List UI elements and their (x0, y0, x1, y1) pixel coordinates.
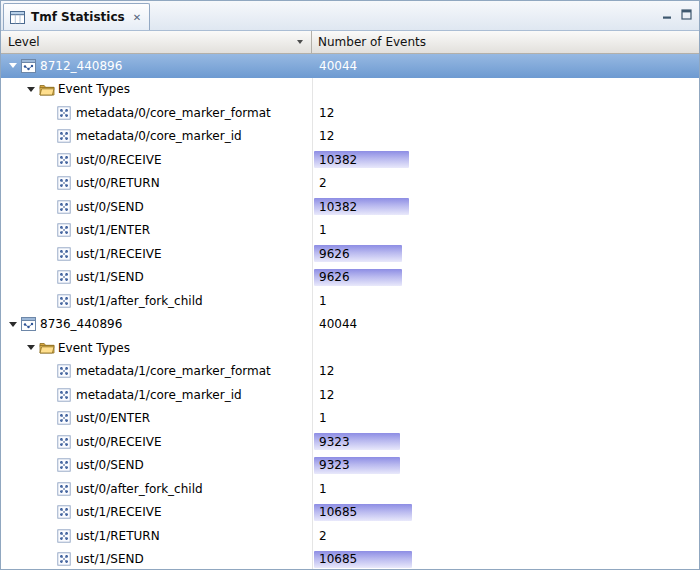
row-value: 10685 (313, 505, 357, 519)
expand-toggle-icon[interactable] (23, 87, 39, 92)
event-icon (57, 482, 75, 496)
event-icon (57, 153, 75, 167)
folder-icon (39, 83, 57, 96)
row-label: Event Types (57, 82, 130, 96)
table-row[interactable]: Event Types (1, 336, 699, 360)
table-row[interactable]: ust/0/after_fork_child1 (1, 477, 699, 501)
row-label: ust/0/RECEIVE (75, 435, 162, 449)
table-row[interactable]: ust/1/SEND9626 (1, 266, 699, 290)
row-value: 10382 (313, 153, 357, 167)
folder-icon (39, 341, 57, 354)
row-label: ust/1/SEND (75, 270, 144, 284)
row-label: ust/1/RECEIVE (75, 247, 162, 261)
row-value: 10685 (313, 552, 357, 566)
tree-indent (1, 347, 23, 348)
row-value: 12 (313, 106, 334, 120)
table-row[interactable]: ust/0/RECEIVE9323 (1, 430, 699, 454)
row-label: ust/1/RECEIVE (75, 505, 162, 519)
event-icon (57, 458, 75, 472)
view-table-icon (10, 11, 26, 24)
event-icon (57, 247, 75, 261)
minimize-button[interactable] (662, 9, 673, 20)
event-icon (57, 129, 75, 143)
table-row[interactable]: ust/1/RECEIVE9626 (1, 242, 699, 266)
table-body[interactable]: 8712_44089640044Event Typesmetadata/0/co… (1, 54, 699, 569)
table-row[interactable]: Event Types (1, 78, 699, 102)
row-value: 12 (313, 129, 334, 143)
table-row[interactable]: 8736_44089640044 (1, 313, 699, 337)
tmf-statistics-view: Tmf Statistics ✕ Level Number of Events … (0, 0, 700, 570)
event-icon (57, 388, 75, 402)
table-row[interactable]: ust/0/RECEIVE10382 (1, 148, 699, 172)
column-header-level[interactable]: Level (1, 31, 312, 53)
row-value: 2 (313, 176, 327, 190)
expand-toggle-icon[interactable] (23, 345, 39, 350)
table-row[interactable]: ust/1/after_fork_child1 (1, 289, 699, 313)
table-row[interactable]: metadata/0/core_marker_format12 (1, 101, 699, 125)
event-icon (57, 270, 75, 284)
column-header-number-of-events[interactable]: Number of Events (312, 31, 699, 53)
tree-indent (1, 535, 41, 536)
table-row[interactable]: metadata/0/core_marker_id12 (1, 125, 699, 149)
table-row[interactable]: ust/0/RETURN2 (1, 172, 699, 196)
tree-indent (1, 300, 41, 301)
tab-title: Tmf Statistics (31, 10, 125, 24)
chevron-down-icon[interactable] (297, 40, 303, 44)
column-header-level-label: Level (8, 35, 40, 49)
view-window-buttons (662, 9, 692, 20)
row-label: ust/0/RECEIVE (75, 153, 162, 167)
event-icon (57, 364, 75, 378)
tree-indent (1, 277, 41, 278)
row-value: 12 (313, 388, 334, 402)
tab-tmf-statistics[interactable]: Tmf Statistics ✕ (3, 3, 150, 30)
tree-indent (1, 159, 41, 160)
tree-indent (1, 183, 41, 184)
row-label: ust/0/SEND (75, 200, 144, 214)
row-value: 1 (313, 411, 327, 425)
expand-toggle-icon[interactable] (5, 63, 21, 68)
row-value: 10382 (313, 200, 357, 214)
row-label: ust/0/RETURN (75, 176, 160, 190)
event-icon (57, 176, 75, 190)
row-value: 1 (313, 294, 327, 308)
row-value: 2 (313, 529, 327, 543)
tree-indent (1, 371, 41, 372)
table-row[interactable]: metadata/1/core_marker_format12 (1, 360, 699, 384)
tree-indent (1, 559, 41, 560)
trace-icon (21, 317, 39, 331)
event-icon (57, 529, 75, 543)
table-row[interactable]: ust/1/RECEIVE10685 (1, 501, 699, 525)
close-icon[interactable]: ✕ (133, 12, 141, 23)
table-row[interactable]: 8712_44089640044 (1, 54, 699, 78)
table-row[interactable]: metadata/1/core_marker_id12 (1, 383, 699, 407)
table-row[interactable]: ust/1/SEND10685 (1, 548, 699, 570)
tree-indent (1, 418, 41, 419)
row-label: metadata/1/core_marker_id (75, 388, 242, 402)
table-row[interactable]: ust/1/ENTER1 (1, 219, 699, 243)
row-label: ust/0/ENTER (75, 411, 150, 425)
tree-indent (1, 230, 41, 231)
event-icon (57, 435, 75, 449)
tree-indent (1, 512, 41, 513)
row-value: 40044 (313, 59, 357, 73)
event-icon (57, 223, 75, 237)
expand-toggle-icon[interactable] (5, 322, 21, 327)
row-value: 1 (313, 482, 327, 496)
row-label: ust/1/ENTER (75, 223, 150, 237)
table-row[interactable]: ust/0/SEND9323 (1, 454, 699, 478)
row-label: 8712_440896 (39, 59, 122, 73)
row-value: 9323 (313, 435, 350, 449)
row-label: ust/1/RETURN (75, 529, 160, 543)
tree-indent (1, 394, 41, 395)
table-row[interactable]: ust/0/ENTER1 (1, 407, 699, 431)
view-tab-bar: Tmf Statistics ✕ (1, 1, 699, 31)
table-header: Level Number of Events (1, 31, 699, 54)
row-label: ust/1/after_fork_child (75, 294, 203, 308)
row-label: metadata/1/core_marker_format (75, 364, 271, 378)
maximize-button[interactable] (681, 9, 692, 20)
table-row[interactable]: ust/0/SEND10382 (1, 195, 699, 219)
tree-indent (1, 206, 41, 207)
tree-indent (1, 89, 23, 90)
row-value: 1 (313, 223, 327, 237)
table-row[interactable]: ust/1/RETURN2 (1, 524, 699, 548)
